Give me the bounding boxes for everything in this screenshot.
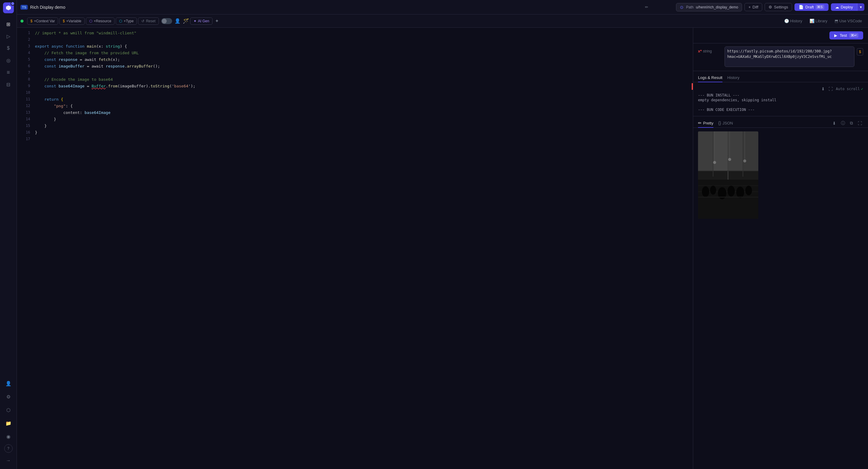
vscode-icon: ⬒ (835, 19, 838, 23)
tab-pretty[interactable]: ✏ Pretty (698, 119, 713, 128)
path-button[interactable]: ⊙ Path u/henri/rich_display_demo (676, 3, 742, 11)
tab-logs-result[interactable]: Logs & Result (698, 73, 722, 82)
diff-icon: + (748, 5, 751, 9)
editor-panel: 1 // import * as wmill from "windmill-cl… (17, 28, 868, 469)
svg-marker-0 (6, 5, 11, 10)
svg-point-16 (713, 161, 716, 164)
sidebar-item-runs[interactable]: ▷ (3, 31, 14, 41)
diff-button[interactable]: + Diff (744, 3, 762, 11)
result-copy-button[interactable]: ⧉ (849, 120, 854, 127)
code-line-12: 12 "png": { (17, 103, 693, 110)
code-line-17: 17 (17, 136, 693, 143)
param-dollar-button[interactable]: $ (857, 48, 863, 56)
svg-rect-9 (713, 131, 727, 170)
deploy-icon: ☁ (835, 5, 839, 9)
library-nav-link[interactable]: 📊 Library (807, 18, 830, 24)
type-button[interactable]: ⬡ +Type (116, 18, 137, 25)
test-button[interactable]: ▶ Test ⌘↵ (830, 31, 863, 39)
deploy-button[interactable]: ☁ Deploy (831, 3, 857, 11)
settings-button[interactable]: ⚙ Settings (765, 3, 792, 11)
code-line-13: 13 content: base64Image (17, 110, 693, 116)
param-section: x* string https://fastly.picsum.photos/i… (693, 43, 868, 71)
draft-icon: 📄 (799, 5, 804, 9)
sidebar-item-folders[interactable]: 📁 (3, 418, 14, 429)
expand-log-button[interactable]: ⛶ (828, 86, 833, 92)
sidebar-item-flows[interactable]: ≡ (3, 67, 14, 78)
sidebar-item-apps[interactable]: ⊟ (3, 79, 14, 90)
sidebar-item-integrations[interactable]: ⬡ (3, 405, 14, 415)
result-info-button[interactable]: ⓘ (840, 120, 846, 127)
svg-point-22 (710, 186, 716, 195)
user-icon: 👤 (175, 18, 181, 24)
draft-shortcut: ⌘S (815, 5, 824, 9)
result-image (698, 131, 758, 219)
sidebar-item-variables[interactable]: $ (3, 43, 14, 54)
variable-icon: $ (63, 19, 65, 23)
code-line-4: 4 // Fetch the image from the provided U… (17, 50, 693, 57)
deploy-dropdown-button[interactable]: ▾ (857, 3, 864, 11)
download-log-button[interactable]: ⬇ (821, 86, 826, 92)
context-var-button[interactable]: $ +Context Var (27, 18, 58, 25)
svg-point-26 (745, 186, 752, 195)
param-type: string (703, 49, 712, 53)
context-var-icon: $ (30, 19, 33, 23)
result-fullscreen-button[interactable]: ⛶ (857, 120, 863, 127)
sidebar-item-settings[interactable]: ⚙ (3, 391, 14, 402)
log-line-4: --- BUN CODE EXECUTION --- (698, 107, 863, 112)
path-label: Path (686, 5, 693, 9)
svg-rect-10 (728, 131, 743, 170)
result-tabs: ✏ Pretty {} JSON ⬇ ⓘ ⧉ ⛶ (693, 116, 868, 128)
logs-content: ⬇ ⛶ Auto scroll ✓ --- BUN INSTALL --- em… (693, 82, 868, 116)
json-icon: {} (718, 121, 721, 125)
sidebar-item-home[interactable]: ⊞ (3, 19, 14, 30)
code-line-8: 8 // Encode the image to base64 (17, 76, 693, 83)
sidebar-item-expand[interactable]: → (3, 455, 14, 466)
code-line-10: 10 (17, 90, 693, 96)
sidebar-item-account[interactable]: 👤 (3, 378, 14, 389)
header: TS Rich Display demo ✏ ⊙ Path u/henri/ri… (17, 0, 868, 14)
code-line-2: 2 (17, 37, 693, 43)
variable-button[interactable]: $ +Variable (59, 18, 85, 25)
deploy-group: ☁ Deploy ▾ (831, 3, 864, 11)
reset-button[interactable]: ↺ Reset (138, 18, 158, 25)
code-line-11: 11 return { (17, 96, 693, 103)
code-line-9: 9 const base64Image = Buffer.from(imageB… (17, 83, 693, 90)
code-line-3: 3 export async function main(x: string) … (17, 43, 693, 50)
sidebar-item-help[interactable]: ? (4, 444, 13, 453)
use-vscode-link[interactable]: ⬒ Use VSCode (832, 18, 864, 24)
svg-point-21 (702, 186, 709, 197)
tab-history[interactable]: History (727, 73, 739, 82)
code-line-5: 5 const response = await fetch(x); (17, 57, 693, 63)
wand-icon: 🪄 (183, 18, 189, 24)
chevron-down-icon: ▾ (860, 5, 862, 9)
result-photo-svg (698, 131, 758, 219)
edit-icon[interactable]: ✏ (644, 4, 650, 10)
resource-button[interactable]: ⬡ +Resource (86, 18, 115, 25)
main-area: TS Rich Display demo ✏ ⊙ Path u/henri/ri… (17, 0, 868, 469)
log-line-3 (698, 103, 863, 107)
tab-json[interactable]: {} JSON (718, 119, 733, 128)
code-line-15: 15 } (17, 123, 693, 130)
draft-button[interactable]: 📄 Draft ⌘S (795, 3, 829, 11)
code-editor[interactable]: 1 // import * as wmill from "windmill-cl… (17, 28, 693, 469)
result-download-button[interactable]: ⬇ (831, 120, 837, 127)
result-actions: ⬇ ⓘ ⧉ ⛶ (831, 120, 863, 127)
param-row-x: x* string https://fastly.picsum.photos/i… (698, 46, 863, 68)
auto-scroll-label: Auto scroll ✓ (836, 87, 863, 91)
code-line-7: 7 (17, 70, 693, 76)
ai-gen-button[interactable]: ✦ AI Gen (190, 18, 213, 25)
param-input[interactable]: https://fastly.picsum.photos/id/192/200/… (724, 46, 855, 67)
param-required-marker: x* (698, 49, 702, 53)
svg-point-20 (743, 159, 746, 162)
app-logo[interactable] (3, 2, 14, 13)
right-panel: ▶ Test ⌘↵ x* string https://fastly.picsu… (693, 28, 868, 469)
toggle-switch[interactable] (161, 18, 172, 24)
ts-badge: TS (21, 5, 28, 10)
sidebar-item-resources[interactable]: ◎ (3, 55, 14, 66)
sidebar-item-monitor[interactable]: ◉ (3, 431, 14, 442)
result-image-wrap (693, 128, 868, 469)
history-nav-link[interactable]: 🕐 History (782, 18, 805, 24)
history-icon: 🕐 (784, 19, 789, 23)
ai-icon: ✦ (193, 19, 196, 23)
sparkle-icon: ✦ (215, 18, 219, 24)
